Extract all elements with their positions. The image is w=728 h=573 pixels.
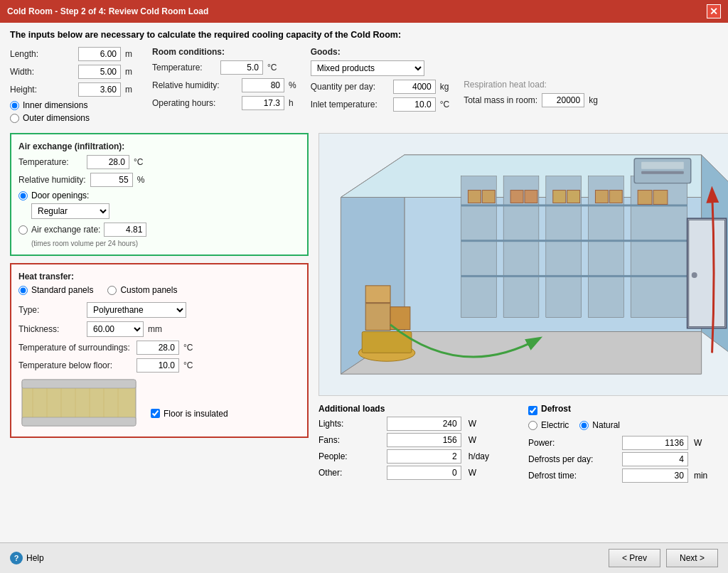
svg-rect-35 [641,171,684,174]
svg-rect-34 [641,162,684,169]
lights-unit: W [469,419,521,429]
help-icon: ? [10,552,23,564]
custom-panels-radio[interactable] [107,286,117,295]
fans-unit: W [469,435,521,445]
door-type-select[interactable]: Regular [31,203,109,219]
defrost-time-value: 30 [622,468,688,483]
door-openings-label: Door openings: [31,191,89,200]
people-value: 2 [387,449,461,464]
floor-insulated-checkbox[interactable] [151,409,160,418]
next-button[interactable]: Next > [666,549,718,567]
inlet-temp-label: Inlet temperature: [311,100,389,109]
outer-dimensions-label: Outer dimensions [23,113,90,123]
total-mass-value: 20000 [542,93,584,107]
air-humidity-value: 55 [90,173,133,187]
air-exchange-note: (times room volume per 24 hours) [31,240,300,247]
thickness-unit: mm [148,324,162,334]
electric-defrost-radio[interactable] [528,421,537,430]
air-exchange-rate-radio[interactable] [18,225,28,235]
svg-rect-2 [22,417,136,426]
fans-value: 156 [387,433,461,447]
lights-value: 240 [387,417,461,431]
air-humidity-unit: % [137,175,145,185]
height-row: Height: 3.60 m [10,82,138,97]
door-type-row: Regular [31,203,300,219]
middle-section: Air exchange (infiltration): Temperature… [10,133,718,483]
length-value: 6.00 [78,47,121,61]
inlet-temp-value: 10.0 [393,97,436,112]
door-openings-row: Door openings: [18,191,300,200]
electric-defrost-label: Electric [541,420,569,430]
thickness-select[interactable]: 60.00 [87,321,144,337]
room-humidity-row: Relative humidity: 80 % [152,78,296,92]
length-row: Length: 6.00 m [10,47,138,61]
room-temp-row: Temperature: 5.0 °C [152,60,296,75]
additional-loads-title: Additional loads [318,404,521,414]
height-label: Height: [10,85,74,95]
thickness-label: Thickness: [18,324,82,334]
goods-title: Goods: [311,47,718,57]
svg-rect-30 [609,191,622,203]
inner-dimensions-radio[interactable] [10,101,19,110]
svg-rect-1 [22,380,136,388]
loads-grid: Lights: 240 W Fans: 156 W People: 2 h/da… [318,417,521,480]
other-unit: W [469,468,521,478]
standard-panels-label: Standard panels [31,285,93,295]
additional-loads-section: Additional loads Lights: 240 W Fans: 156… [318,404,521,483]
air-temp-unit: °C [134,157,143,167]
natural-defrost-radio[interactable] [579,421,589,430]
quantity-unit: kg [440,82,449,92]
svg-rect-21 [461,240,687,242]
inner-dimensions-label: Inner dimensions [23,100,87,110]
svg-rect-26 [525,191,537,203]
below-floor-label: Temperature below floor: [18,360,132,370]
other-label: Other: [318,468,380,478]
dimensions-section: Length: 6.00 m Width: 5.00 m Height: 3.6… [10,47,138,126]
width-unit: m [125,67,132,77]
goods-section: Goods: Mixed products Quantity per day: … [311,47,718,126]
top-section: Length: 6.00 m Width: 5.00 m Height: 3.6… [10,47,718,126]
below-floor-unit: °C [183,360,193,370]
surroundings-temp-row: Temperature of surroundings: 28.0 °C [18,341,300,355]
width-value: 5.00 [78,65,121,79]
surroundings-value: 28.0 [136,341,179,355]
cold-room-illustration [318,133,728,396]
lights-label: Lights: [318,419,380,429]
outer-dimensions-row: Outer dimensions [10,113,138,123]
svg-rect-24 [482,191,495,203]
svg-rect-27 [553,191,566,203]
defrost-checkbox[interactable] [528,406,537,415]
air-exchange-rate-row: Air exchange rate: 4.81 [18,223,300,237]
standard-panels-radio[interactable] [18,286,28,295]
help-label: Help [26,553,44,563]
total-mass-label: Total mass in room: [464,95,537,105]
svg-rect-31 [638,191,652,205]
help-button[interactable]: ? Help [10,552,44,564]
height-unit: m [125,85,132,95]
air-temp-row: Temperature: 28.0 °C [18,155,300,169]
quantity-label: Quantity per day: [311,82,389,92]
air-exchange-title: Air exchange (infiltration): [18,141,300,151]
quantity-value: 4000 [393,80,436,94]
svg-rect-23 [468,191,481,203]
operating-hours-row: Operating hours: 17.3 h [152,96,296,110]
prev-button[interactable]: < Prev [609,549,660,567]
defrosts-per-day-value: 4 [622,452,688,466]
panel-type-label: Type: [18,305,82,315]
respiration-label: Respiration heat load: [464,80,547,90]
svg-rect-43 [365,286,390,303]
window-title: Cold Room - Step 2 of 4: Review Cold Roo… [7,6,208,16]
close-button[interactable]: ✕ [707,4,721,18]
door-openings-radio[interactable] [18,191,28,200]
natural-defrost-label: Natural [592,420,620,430]
room-humidity-value: 80 [242,78,284,92]
goods-type-select[interactable]: Mixed products [311,60,424,76]
panel-type-select[interactable]: Polyurethane [87,302,186,318]
total-mass-unit: kg [589,95,598,105]
people-unit: h/day [469,451,521,461]
svg-rect-41 [365,304,390,331]
right-panel: Additional loads Lights: 240 W Fans: 156… [318,133,728,483]
inner-dimensions-row: Inner dimensions [10,100,138,110]
surroundings-label: Temperature of surroundings: [18,343,132,353]
outer-dimensions-radio[interactable] [10,114,19,123]
